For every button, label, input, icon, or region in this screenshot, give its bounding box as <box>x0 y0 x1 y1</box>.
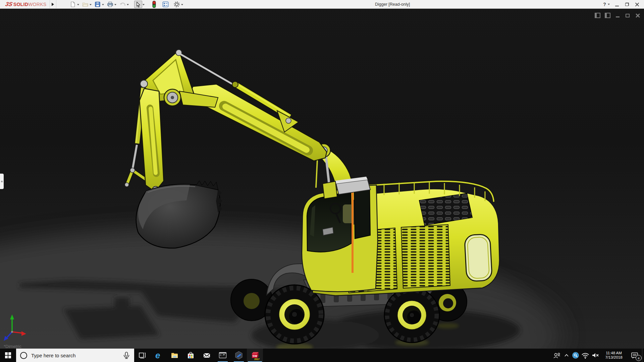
menu-flyout-button[interactable] <box>50 0 56 9</box>
tray-time: 11:48 AM <box>606 351 622 355</box>
taskbar: Type here to search e <box>0 349 644 362</box>
display-pane-icon <box>162 1 169 7</box>
microsoft-edge-button[interactable]: e <box>150 349 166 362</box>
logo-works: WORKS <box>28 2 46 7</box>
microphone-icon[interactable] <box>122 351 131 360</box>
volume-button[interactable] <box>590 349 600 362</box>
file-explorer-icon <box>170 351 179 360</box>
action-center-button[interactable]: 4 <box>627 349 642 362</box>
dropdown-caret-icon <box>608 4 610 6</box>
document-window-controls <box>594 13 641 18</box>
pin <box>286 118 291 123</box>
wheel-rear <box>384 288 439 343</box>
minimize-button[interactable] <box>612 0 622 9</box>
featuremanager-collapsed-tab[interactable] <box>0 174 4 189</box>
svg-text:SW: SW <box>253 354 258 358</box>
traffic-light-icon <box>152 1 156 8</box>
new-document-icon <box>70 1 76 7</box>
logo-solid: SOLID <box>13 2 28 7</box>
dropdown-caret-icon[interactable] <box>102 4 104 6</box>
titlebar: 3S SOLIDWORKS <box>0 0 644 9</box>
graphics-area[interactable]: *Dimetric <box>0 9 644 349</box>
minimize-icon <box>616 16 620 17</box>
mail-icon <box>202 351 211 360</box>
dassault-mark: 3S <box>5 1 13 8</box>
close-icon <box>636 13 640 17</box>
pane-toggle-button[interactable] <box>604 13 610 18</box>
solidworks-logo: 3S SOLIDWORKS <box>0 0 50 9</box>
doc-restore-button[interactable] <box>625 13 631 18</box>
search-placeholder: Type here to search <box>31 353 122 358</box>
side-window <box>354 188 370 239</box>
new-document-button[interactable] <box>69 1 77 8</box>
edge-icon: e <box>154 351 163 360</box>
wifi-icon <box>581 351 590 360</box>
close-button[interactable] <box>632 0 642 9</box>
microsoft-store-button[interactable] <box>182 349 199 362</box>
dropdown-caret-icon[interactable] <box>90 4 92 6</box>
people-button[interactable] <box>551 349 562 362</box>
search-input[interactable]: Type here to search <box>16 349 134 362</box>
wifi-button[interactable] <box>580 349 590 362</box>
solidworks-2017-icon: SW 2017 <box>250 350 260 360</box>
start-button[interactable] <box>0 349 16 362</box>
digger-3d-model[interactable] <box>0 9 644 349</box>
edrawings-button[interactable] <box>231 349 247 362</box>
chevron-up-icon <box>563 352 570 359</box>
show-hidden-icons-button[interactable] <box>562 349 571 362</box>
pane-icon <box>595 13 600 18</box>
options-button[interactable] <box>173 1 181 8</box>
pin <box>140 80 148 87</box>
display-pane-button[interactable] <box>161 1 169 8</box>
rebuild-indicator-button[interactable] <box>150 1 158 8</box>
tray-date: 7/13/2018 <box>605 355 622 360</box>
select-cursor-icon <box>136 1 141 7</box>
command-prompt-button[interactable]: C:\ <box>215 349 231 362</box>
open-button[interactable] <box>81 1 89 8</box>
show-desktop-button[interactable] <box>642 349 644 362</box>
doc-minimize-button[interactable] <box>614 13 621 18</box>
window-controls: ? <box>602 0 642 9</box>
open-folder-icon <box>82 1 89 7</box>
quick-toolbar <box>69 0 185 9</box>
dropdown-caret-icon[interactable] <box>143 4 145 6</box>
select-button[interactable] <box>134 1 142 8</box>
task-view-icon <box>138 351 147 360</box>
door-stripe <box>352 188 354 273</box>
restore-icon <box>625 3 629 6</box>
svg-text:2017: 2017 <box>254 358 260 360</box>
solidworks-monitor-tray-button[interactable] <box>571 349 580 362</box>
pane-toggle-button[interactable] <box>594 13 600 18</box>
undo-arrow-icon <box>119 1 126 7</box>
doc-close-button[interactable] <box>635 13 641 18</box>
wheel-front <box>265 285 324 344</box>
drag-dot-icon <box>1 181 3 182</box>
file-explorer-button[interactable] <box>166 349 182 362</box>
restore-icon <box>626 14 630 17</box>
restore-button[interactable] <box>622 0 632 9</box>
minimize-icon <box>615 5 619 6</box>
help-button[interactable]: ? <box>602 0 612 9</box>
print-button[interactable] <box>106 1 114 8</box>
dropdown-caret-icon[interactable] <box>77 4 79 6</box>
edrawings-hexagon-icon <box>234 351 244 360</box>
undo-button[interactable] <box>118 1 126 8</box>
save-button[interactable] <box>94 1 102 8</box>
cortana-icon <box>20 352 27 359</box>
task-view-button[interactable] <box>134 349 150 362</box>
mail-button[interactable] <box>199 349 215 362</box>
clock[interactable]: 11:48 AM 7/13/2018 <box>600 349 627 362</box>
view-orientation-label: *Dimetric <box>4 344 21 349</box>
pane-icon <box>605 13 610 18</box>
print-icon <box>107 1 113 7</box>
solidworks-2017-button[interactable]: SW 2017 <box>247 349 263 362</box>
dropdown-caret-icon[interactable] <box>114 4 116 6</box>
store-icon <box>186 351 195 360</box>
notification-badge: 4 <box>636 355 642 361</box>
svg-text:C:\: C:\ <box>220 354 224 357</box>
dropdown-caret-icon[interactable] <box>127 4 129 6</box>
screen: 3S SOLIDWORKS <box>0 0 644 362</box>
people-icon <box>552 351 561 360</box>
flyout-arrow-icon <box>52 3 56 6</box>
dropdown-caret-icon[interactable] <box>181 4 183 6</box>
